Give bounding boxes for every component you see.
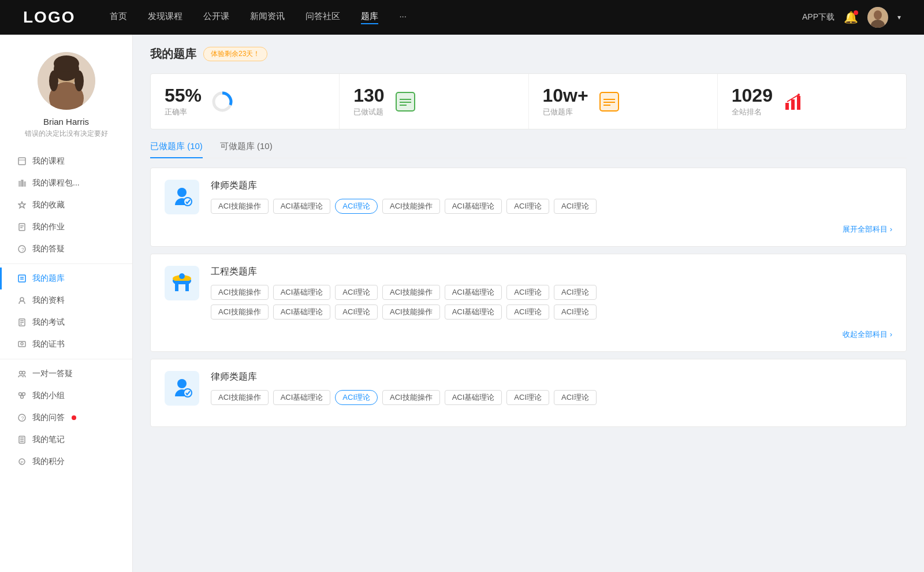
tag-2r2-0[interactable]: ACI技能操作 [211,304,269,320]
tag-3-0[interactable]: ACI技能操作 [211,390,269,405]
svg-rect-16 [19,224,25,231]
tag-2-5[interactable]: ACI理论 [506,285,549,300]
tab-done[interactable]: 已做题库 (10) [150,141,203,158]
favorites-icon [17,200,27,210]
main-nav: 首页 发现课程 公开课 新闻资讯 问答社区 题库 ··· [110,11,802,24]
stat-done-questions-value: 130 [353,86,384,106]
sidebar-item-courses[interactable]: 我的课程 [0,150,132,172]
tag-1-0[interactable]: ACI技能操作 [211,199,269,214]
nav-home[interactable]: 首页 [110,11,127,24]
sidebar-item-notes[interactable]: 我的笔记 [0,429,132,451]
qbank-card-1-icon [165,180,199,214]
tag-2-1[interactable]: ACI基础理论 [273,285,331,300]
points-label: 我的积分 [32,456,65,467]
tag-1-3[interactable]: ACI技能操作 [382,199,440,214]
sidebar-item-certificates[interactable]: 我的证书 [0,333,132,355]
header-right: APP下载 🔔 ▾ [802,7,901,28]
qbank-card-3-icon [165,371,199,406]
qbank-card-1-tags: ACI技能操作 ACI基础理论 ACI理论 ACI技能操作 ACI基础理论 AC… [211,199,892,214]
page-header: 我的题库 体验剩余23天！ [150,46,907,62]
nav-open-course[interactable]: 公开课 [203,11,229,24]
page-title: 我的题库 [150,46,196,62]
expand-link-1[interactable]: 展开全部科目 › [843,225,892,233]
tag-1-2[interactable]: ACI理论 [335,199,378,214]
stat-accuracy-text: 55% 正确率 [165,86,202,117]
tag-2-0[interactable]: ACI技能操作 [211,285,269,300]
accuracy-chart-icon [211,90,234,113]
stat-rank: 1029 全站排名 [718,74,906,129]
tag-1-1[interactable]: ACI基础理论 [273,199,331,214]
stats-row: 55% 正确率 130 已做试题 [150,73,907,129]
tag-1-6[interactable]: ACI理论 [554,199,597,214]
sidebar-item-profile[interactable]: 我的资料 [0,289,132,311]
notification-bell[interactable]: 🔔 [844,10,858,24]
sidebar-item-homework[interactable]: 我的作业 [0,216,132,238]
sidebar-item-exams[interactable]: 我的考试 [0,311,132,333]
qbank-card-lawyer-2: 律师类题库 ACI技能操作 ACI基础理论 ACI理论 ACI技能操作 ACI基… [150,359,907,427]
sidebar-item-favorites[interactable]: 我的收藏 [0,194,132,216]
sidebar-item-course-packages[interactable]: 我的课程包... [0,172,132,194]
nav-question-bank[interactable]: 题库 [361,11,378,24]
tag-3-2[interactable]: ACI理论 [335,390,378,405]
svg-rect-14 [24,181,26,187]
tag-2-3[interactable]: ACI技能操作 [382,285,440,300]
course-packages-icon [17,179,27,188]
nav-news[interactable]: 新闻资讯 [250,11,285,24]
app-header: LOGO 首页 发现课程 公开课 新闻资讯 问答社区 题库 ··· APP下载 … [0,0,924,35]
tag-2r2-2[interactable]: ACI理论 [335,304,378,320]
tag-2-4[interactable]: ACI基础理论 [445,285,502,300]
tag-2r2-6[interactable]: ACI理论 [554,304,597,320]
tag-2-6[interactable]: ACI理论 [554,285,597,300]
tab-available[interactable]: 可做题库 (10) [220,141,273,158]
stat-done-questions-text: 130 已做试题 [353,86,384,117]
sidebar-item-qa[interactable]: ? 我的问答 [0,407,132,429]
question-bank-icon [17,274,27,283]
nav-more[interactable]: ··· [399,11,407,24]
tag-2-2[interactable]: ACI理论 [335,285,378,300]
user-name: Brian Harris [43,117,89,127]
user-avatar-header[interactable] [867,7,888,28]
qbank-card-2-tags-row2: ACI技能操作 ACI基础理论 ACI理论 ACI技能操作 ACI基础理论 AC… [211,304,892,320]
group-label: 我的小组 [32,391,65,401]
tag-1-4[interactable]: ACI基础理论 [445,199,502,214]
tag-3-3[interactable]: ACI技能操作 [382,390,440,405]
tag-3-5[interactable]: ACI理论 [506,390,549,405]
sidebar-divider-2 [0,359,132,359]
stat-accuracy: 55% 正确率 [151,74,340,129]
tag-2r2-3[interactable]: ACI技能操作 [382,304,440,320]
homework-icon [17,222,27,232]
svg-point-30 [21,343,23,345]
question-bank-tabs: 已做题库 (10) 可做题库 (10) [150,141,907,158]
sidebar-item-points[interactable]: P 我的积分 [0,451,132,473]
collapse-link-2[interactable]: 收起全部科目 › [843,330,892,339]
tag-3-6[interactable]: ACI理论 [554,390,597,405]
sidebar-item-questions[interactable]: ? 我的答疑 [0,238,132,260]
sidebar-item-one-on-one[interactable]: 一对一答疑 [0,363,132,385]
tag-3-1[interactable]: ACI基础理论 [273,390,331,405]
svg-rect-56 [785,103,789,110]
svg-point-66 [179,273,185,279]
exams-icon [17,318,27,327]
stat-rank-value: 1029 [732,86,773,106]
svg-rect-67 [178,284,185,291]
svg-marker-15 [18,202,25,208]
sidebar-item-question-bank[interactable]: 我的题库 [0,268,132,289]
svg-text:?: ? [21,415,24,421]
tag-2r2-1[interactable]: ACI基础理论 [273,304,331,320]
app-download-link[interactable]: APP下载 [802,12,834,23]
svg-point-32 [23,372,25,374]
tag-2r2-4[interactable]: ACI基础理论 [445,304,502,320]
sidebar-item-group[interactable]: 我的小组 [0,385,132,407]
nav-qa[interactable]: 问答社区 [305,11,340,24]
svg-point-1 [874,10,882,20]
nav-discover[interactable]: 发现课程 [148,11,182,24]
tag-1-5[interactable]: ACI理论 [506,199,549,214]
tag-2r2-5[interactable]: ACI理论 [506,304,549,320]
user-menu-chevron[interactable]: ▾ [897,13,901,21]
done-banks-icon [598,90,621,113]
svg-point-8 [74,70,84,91]
svg-point-9 [54,55,79,72]
course-packages-label: 我的课程包... [32,178,80,188]
stat-accuracy-value: 55% [165,86,202,106]
tag-3-4[interactable]: ACI基础理论 [445,390,502,405]
